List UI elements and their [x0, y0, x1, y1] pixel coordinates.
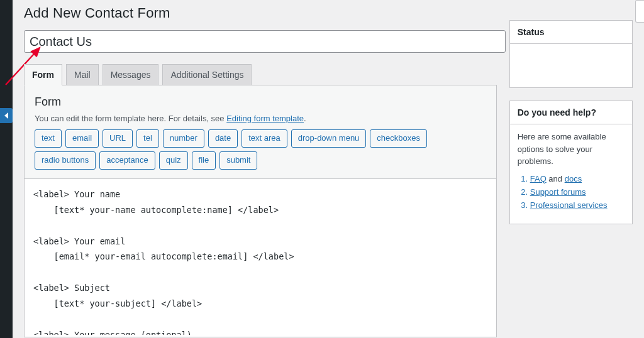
- help-links-list: FAQ and docs Support forums Professional…: [518, 174, 625, 210]
- form-panel-heading: Form: [35, 95, 486, 109]
- status-title: Status: [518, 27, 625, 37]
- tag-btn-checkboxes[interactable]: checkboxes: [370, 129, 427, 148]
- wp-admin-sidebar-collapsed: [0, 0, 13, 338]
- tag-btn-url[interactable]: URL: [103, 129, 133, 148]
- help-mid-0: and: [547, 174, 565, 183]
- help-postbox: Do you need help? Here are some availabl…: [509, 101, 633, 224]
- status-body: [510, 44, 632, 60]
- tag-btn-file[interactable]: file: [192, 151, 216, 170]
- tabs: Form Mail Messages Additional Settings: [24, 64, 497, 85]
- tag-generator-buttons: text email URL tel number date text area…: [35, 129, 486, 178]
- tag-btn-email[interactable]: email: [65, 129, 99, 148]
- tab-additional-settings[interactable]: Additional Settings: [162, 64, 252, 85]
- tag-btn-quiz[interactable]: quiz: [159, 151, 188, 170]
- form-template-textarea[interactable]: [25, 179, 496, 335]
- help-item-faq-docs: FAQ and docs: [530, 174, 625, 183]
- tag-btn-text[interactable]: text: [35, 129, 62, 148]
- tag-btn-number[interactable]: number: [163, 129, 204, 148]
- help-title: Do you need help?: [518, 107, 625, 117]
- form-panel: Form You can edit the form template here…: [24, 85, 497, 337]
- help-text: Here are some available options to solve…: [518, 131, 625, 168]
- tag-btn-radio[interactable]: radio buttons: [35, 151, 96, 170]
- tag-btn-submit[interactable]: submit: [219, 151, 257, 170]
- tab-form[interactable]: Form: [24, 64, 62, 85]
- help-item-pro: Professional services: [530, 200, 625, 210]
- editing-template-link[interactable]: Editing form template: [226, 114, 304, 123]
- expand-menu-icon[interactable]: [0, 108, 13, 123]
- tab-mail[interactable]: Mail: [66, 64, 99, 85]
- faq-link[interactable]: FAQ: [530, 174, 547, 183]
- form-title-input[interactable]: [24, 30, 506, 53]
- hint-prefix: You can edit the form template here. For…: [35, 114, 226, 123]
- hint-suffix: .: [304, 114, 306, 123]
- page-title: Add New Contact Form: [24, 5, 633, 21]
- tag-btn-date[interactable]: date: [208, 129, 238, 148]
- professional-services-link[interactable]: Professional services: [530, 200, 608, 210]
- docs-link[interactable]: docs: [565, 174, 582, 183]
- tag-btn-dropdown[interactable]: drop-down menu: [291, 129, 367, 148]
- tab-messages[interactable]: Messages: [103, 64, 159, 85]
- tag-btn-textarea[interactable]: text area: [242, 129, 287, 148]
- form-panel-hint: You can edit the form template here. For…: [35, 114, 486, 123]
- status-postbox: Status: [509, 20, 633, 88]
- support-forums-link[interactable]: Support forums: [530, 187, 586, 197]
- help-item-support: Support forums: [530, 187, 625, 197]
- tag-btn-acceptance[interactable]: acceptance: [99, 151, 155, 170]
- tag-btn-tel[interactable]: tel: [136, 129, 159, 148]
